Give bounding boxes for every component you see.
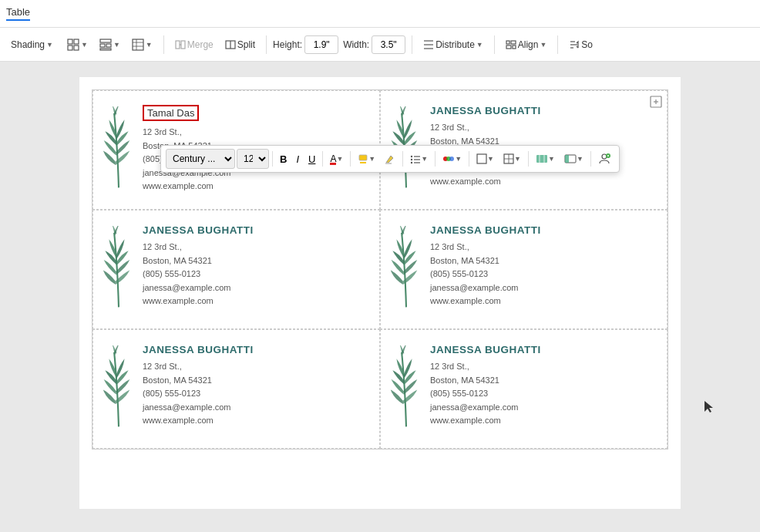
label-cell[interactable]: JANESSA BUGHATTI12 3rd St.,Boston, MA 54… bbox=[380, 210, 668, 329]
float-divider-4 bbox=[402, 151, 403, 167]
distribute-group: Distribute ▼ bbox=[419, 37, 488, 52]
float-divider-5 bbox=[435, 151, 435, 167]
svg-rect-30 bbox=[385, 163, 392, 164]
divider-3 bbox=[412, 35, 412, 54]
svg-rect-4 bbox=[100, 39, 111, 42]
palm-icon bbox=[390, 342, 422, 427]
table-grid-icon-1 bbox=[67, 39, 79, 51]
svg-rect-5 bbox=[100, 44, 105, 47]
svg-point-33 bbox=[411, 159, 412, 160]
grid-box-button[interactable]: ▼ bbox=[499, 149, 525, 169]
svg-rect-2 bbox=[68, 45, 72, 50]
label-content: JANESSA BUGHATTI12 3rd St.,Boston, MA 54… bbox=[143, 342, 370, 428]
tab-table[interactable]: Table bbox=[6, 6, 30, 21]
label-cell[interactable]: JANESSA BUGHATTI12 3rd St.,Boston, MA 54… bbox=[380, 329, 668, 449]
height-input[interactable] bbox=[304, 35, 338, 54]
width-input[interactable] bbox=[372, 35, 405, 54]
sort-icon bbox=[569, 39, 580, 50]
sort-label: So bbox=[581, 39, 593, 50]
table2-chevron: ▼ bbox=[113, 41, 120, 49]
label-name[interactable]: JANESSA BUGHATTI bbox=[430, 344, 657, 355]
shading-label: Shading bbox=[11, 39, 45, 50]
merge-button[interactable]: Merge bbox=[170, 37, 218, 52]
pen-icon bbox=[385, 153, 395, 164]
style-icon-1 bbox=[536, 153, 548, 164]
align-button[interactable]: Align ▼ bbox=[501, 37, 552, 52]
merge-split-group: Merge Split bbox=[170, 37, 260, 52]
page-area: Century ... 12 B I U A ▼ ▼ bbox=[0, 62, 760, 532]
palm-icon bbox=[390, 223, 422, 308]
svg-rect-23 bbox=[513, 45, 516, 49]
font-color-button[interactable]: A ▼ bbox=[326, 149, 347, 169]
split-button[interactable]: Split bbox=[220, 37, 260, 52]
highlight-chevron: ▼ bbox=[368, 155, 375, 163]
pen-button[interactable] bbox=[381, 149, 399, 169]
palm-icon bbox=[103, 103, 135, 188]
float-divider-3 bbox=[350, 151, 351, 167]
italic-button[interactable]: I bbox=[292, 149, 303, 169]
table3-chevron: ▼ bbox=[146, 41, 153, 49]
profile-button[interactable] bbox=[594, 149, 614, 169]
color-cluster-icon bbox=[442, 153, 455, 164]
svg-rect-20 bbox=[506, 41, 509, 44]
float-divider-7 bbox=[528, 151, 529, 167]
highlight-button[interactable]: ▼ bbox=[354, 149, 379, 169]
distribute-button[interactable]: Distribute ▼ bbox=[419, 37, 488, 52]
svg-point-31 bbox=[411, 156, 412, 157]
svg-rect-7 bbox=[100, 49, 111, 50]
table-icon-btn-2[interactable]: ▼ bbox=[95, 36, 125, 53]
distribute-label: Distribute bbox=[435, 39, 475, 50]
font-name-select[interactable]: Century ... bbox=[166, 149, 235, 169]
divider-1 bbox=[163, 35, 164, 54]
font-size-select[interactable]: 12 bbox=[237, 149, 269, 169]
float-divider-8 bbox=[590, 151, 591, 167]
box-chevron: ▼ bbox=[487, 155, 494, 163]
distribute-chevron: ▼ bbox=[476, 41, 483, 49]
palm-icon bbox=[103, 342, 135, 427]
label-grid: Tamal Das12 3rd St.,Boston, MA 54321(805… bbox=[92, 89, 668, 450]
label-name[interactable]: JANESSA BUGHATTI bbox=[430, 224, 657, 236]
highlight-icon bbox=[358, 153, 368, 164]
svg-rect-21 bbox=[511, 41, 516, 44]
shading-button[interactable]: Shading ▼ bbox=[6, 37, 58, 52]
label-name[interactable]: Tamal Das bbox=[143, 105, 199, 121]
svg-rect-40 bbox=[477, 154, 486, 163]
table-icon-btn-3[interactable]: ▼ bbox=[127, 36, 157, 53]
label-name[interactable]: JANESSA BUGHATTI bbox=[430, 105, 657, 116]
label-address: 12 3rd St.,Boston, MA 54321(805) 555-012… bbox=[430, 241, 657, 308]
label-content: JANESSA BUGHATTI12 3rd St.,Boston, MA 54… bbox=[430, 342, 657, 428]
box-button[interactable]: ▼ bbox=[472, 149, 498, 169]
width-group: Width: bbox=[343, 35, 405, 54]
split-label: Split bbox=[237, 39, 255, 50]
align-chevron: ▼ bbox=[540, 41, 546, 49]
floating-toolbar: Century ... 12 B I U A ▼ ▼ bbox=[160, 145, 620, 173]
svg-rect-28 bbox=[359, 155, 367, 160]
resize-handle[interactable] bbox=[650, 96, 662, 108]
style-btn-1[interactable]: ▼ bbox=[532, 149, 559, 169]
label-cell[interactable]: JANESSA BUGHATTI12 3rd St.,Boston, MA 54… bbox=[92, 210, 380, 329]
style-btn-2[interactable]: ▼ bbox=[560, 149, 587, 169]
svg-rect-8 bbox=[133, 39, 143, 50]
label-address: 12 3rd St.,Boston, MA 54321(805) 555-012… bbox=[143, 360, 370, 428]
list-button[interactable]: ▼ bbox=[406, 149, 432, 169]
svg-rect-0 bbox=[68, 39, 72, 44]
list-icon bbox=[410, 153, 421, 164]
align-label: Align bbox=[518, 39, 539, 50]
align-group: Align ▼ bbox=[501, 37, 552, 52]
underline-button[interactable]: U bbox=[304, 149, 319, 169]
label-name[interactable]: JANESSA BUGHATTI bbox=[143, 224, 370, 236]
sort-button[interactable]: So bbox=[564, 37, 597, 52]
split-icon bbox=[225, 39, 236, 50]
profile-icon bbox=[598, 153, 610, 165]
color-cluster-button[interactable]: ▼ bbox=[439, 149, 466, 169]
table-grid-icon-2 bbox=[99, 39, 112, 51]
label-content: JANESSA BUGHATTI12 3rd St.,Boston, MA 54… bbox=[430, 223, 657, 308]
table-icon-btn-1[interactable]: ▼ bbox=[62, 36, 92, 53]
svg-rect-48 bbox=[565, 155, 569, 163]
label-name[interactable]: JANESSA BUGHATTI bbox=[143, 344, 370, 355]
label-cell[interactable]: JANESSA BUGHATTI12 3rd St.,Boston, MA 54… bbox=[92, 329, 380, 449]
cursor bbox=[705, 401, 714, 413]
svg-rect-3 bbox=[74, 45, 79, 50]
bold-button[interactable]: B bbox=[276, 149, 291, 169]
label-address: 12 3rd St.,Boston, MA 54321(805) 555-012… bbox=[143, 241, 370, 308]
